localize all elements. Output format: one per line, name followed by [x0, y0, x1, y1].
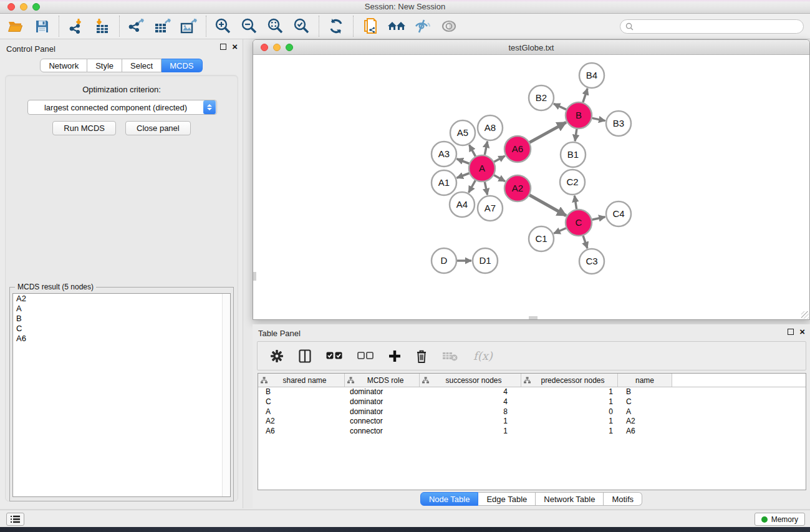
home-layout-button[interactable]: [387, 17, 406, 36]
node-D1[interactable]: D1: [473, 248, 498, 273]
zoom-selected-button[interactable]: [292, 17, 311, 36]
close-table-panel-icon[interactable]: ×: [799, 329, 805, 335]
save-session-button[interactable]: [32, 17, 51, 36]
table-row[interactable]: A2connector11A2: [258, 417, 806, 427]
export-image-button[interactable]: [180, 17, 198, 36]
close-panel-icon[interactable]: ×: [232, 44, 238, 50]
result-item[interactable]: A: [13, 304, 230, 314]
float-table-panel-icon[interactable]: [788, 329, 794, 335]
table-row[interactable]: Adominator80A: [258, 407, 806, 417]
edge-A-A2[interactable]: [494, 175, 505, 181]
edge-A6-B[interactable]: [529, 122, 566, 142]
table-row[interactable]: A6connector11A6: [258, 427, 806, 437]
result-item[interactable]: A6: [13, 334, 230, 344]
node-A8[interactable]: A8: [478, 115, 503, 140]
tab-edge-table[interactable]: Edge Table: [478, 492, 536, 506]
edge-A-A3[interactable]: [457, 159, 470, 163]
edge-C-C4[interactable]: [592, 217, 605, 220]
edge-A-A8[interactable]: [485, 142, 487, 155]
edge-A2-C[interactable]: [529, 195, 566, 216]
delete-column-button[interactable]: [416, 349, 427, 363]
node-C2[interactable]: C2: [560, 170, 585, 195]
edge-A-A5[interactable]: [470, 145, 476, 156]
zoom-fit-button[interactable]: [266, 17, 285, 36]
edge-B-B1[interactable]: [575, 129, 577, 141]
edge-A-A1[interactable]: [457, 173, 470, 178]
node-A3[interactable]: A3: [432, 142, 456, 167]
table-row[interactable]: Bdominator41B: [258, 387, 806, 397]
deselect-all-button[interactable]: [357, 352, 374, 360]
network-graph[interactable]: B4B2BB3A8A5A6A3B1AC2A1A2A4A7C4CC1DD1C3: [253, 55, 809, 319]
show-panels-button[interactable]: [6, 513, 24, 526]
result-item[interactable]: B: [13, 314, 230, 324]
edge-A-A4[interactable]: [469, 180, 476, 192]
node-B4[interactable]: B4: [579, 63, 604, 88]
network-window-titlebar[interactable]: testGlobe.txt: [253, 40, 809, 55]
edge-B-B2[interactable]: [554, 104, 566, 109]
result-item[interactable]: C: [13, 324, 230, 334]
tab-node-table[interactable]: Node Table: [420, 492, 479, 506]
export-network-button[interactable]: [127, 17, 146, 36]
open-session-button[interactable]: [6, 17, 25, 36]
column-header-name[interactable]: name: [618, 374, 672, 387]
edge-C-C3[interactable]: [583, 236, 587, 248]
canvas-horizontal-scrollbar[interactable]: [529, 316, 538, 319]
export-table-button[interactable]: [153, 17, 172, 36]
edge-B-B3[interactable]: [592, 118, 605, 120]
node-D[interactable]: D: [432, 248, 456, 273]
node-A1[interactable]: A1: [432, 170, 456, 195]
node-A2[interactable]: A2: [504, 175, 531, 201]
node-B1[interactable]: B1: [561, 142, 586, 167]
result-list-scrollbar[interactable]: [222, 294, 230, 496]
run-mcds-button[interactable]: Run MCDS: [52, 121, 116, 135]
refresh-view-button[interactable]: [327, 17, 345, 36]
tab-network-table[interactable]: Network Table: [536, 492, 604, 506]
search-field[interactable]: [620, 19, 804, 34]
node-C1[interactable]: C1: [529, 226, 554, 251]
edge-C-C2[interactable]: [574, 196, 576, 210]
node-A7[interactable]: A7: [478, 196, 503, 221]
tab-style[interactable]: Style: [87, 59, 122, 72]
table-row[interactable]: Cdominator41C: [258, 397, 806, 407]
edge-B-B4[interactable]: [583, 89, 587, 102]
node-C4[interactable]: C4: [606, 201, 631, 226]
split-pane-button[interactable]: [299, 349, 311, 363]
criterion-dropdown[interactable]: largest connected component (directed): [27, 100, 217, 115]
node-B2[interactable]: B2: [529, 85, 554, 110]
node-C3[interactable]: C3: [579, 249, 604, 274]
tab-network[interactable]: Network: [40, 59, 87, 72]
select-all-button[interactable]: [326, 352, 342, 360]
import-table-button[interactable]: [93, 17, 112, 36]
column-header-MCDS-role[interactable]: MCDS role: [345, 374, 420, 387]
zoom-out-button[interactable]: [240, 17, 259, 36]
node-A[interactable]: A: [469, 155, 495, 181]
zoom-in-button[interactable]: [214, 17, 233, 36]
close-panel-button[interactable]: Close panel: [125, 121, 191, 135]
node-A6[interactable]: A6: [504, 136, 531, 162]
canvas-vertical-scrollbar[interactable]: [253, 272, 256, 281]
node-C[interactable]: C: [566, 210, 592, 236]
window-resize-grip[interactable]: [801, 311, 809, 319]
tab-motifs[interactable]: Motifs: [604, 492, 642, 506]
node-A5[interactable]: A5: [450, 120, 475, 145]
search-input[interactable]: [637, 22, 793, 31]
node-B[interactable]: B: [566, 102, 592, 128]
import-network-button[interactable]: [67, 17, 85, 36]
tab-mcds[interactable]: MCDS: [162, 59, 202, 72]
result-item[interactable]: A2: [13, 294, 230, 304]
memory-button[interactable]: Memory: [755, 513, 805, 526]
float-panel-icon[interactable]: [220, 44, 226, 50]
column-header-successor-nodes[interactable]: successor nodes: [420, 374, 521, 387]
node-A4[interactable]: A4: [450, 192, 475, 217]
column-header-predecessor-nodes[interactable]: predecessor nodes: [521, 374, 618, 387]
clone-network-button[interactable]: [361, 17, 380, 36]
edge-A-A6[interactable]: [494, 156, 504, 162]
edge-C-C1[interactable]: [554, 228, 566, 234]
add-column-button[interactable]: [388, 350, 401, 362]
tab-select[interactable]: Select: [122, 59, 162, 72]
node-B3[interactable]: B3: [606, 111, 631, 136]
network-canvas[interactable]: B4B2BB3A8A5A6A3B1AC2A1A2A4A7C4CC1DD1C3: [253, 55, 809, 319]
hide-panels-button[interactable]: [413, 17, 432, 36]
mcds-result-list[interactable]: A2ABCA6: [12, 293, 231, 497]
show-view-button[interactable]: [440, 17, 458, 36]
